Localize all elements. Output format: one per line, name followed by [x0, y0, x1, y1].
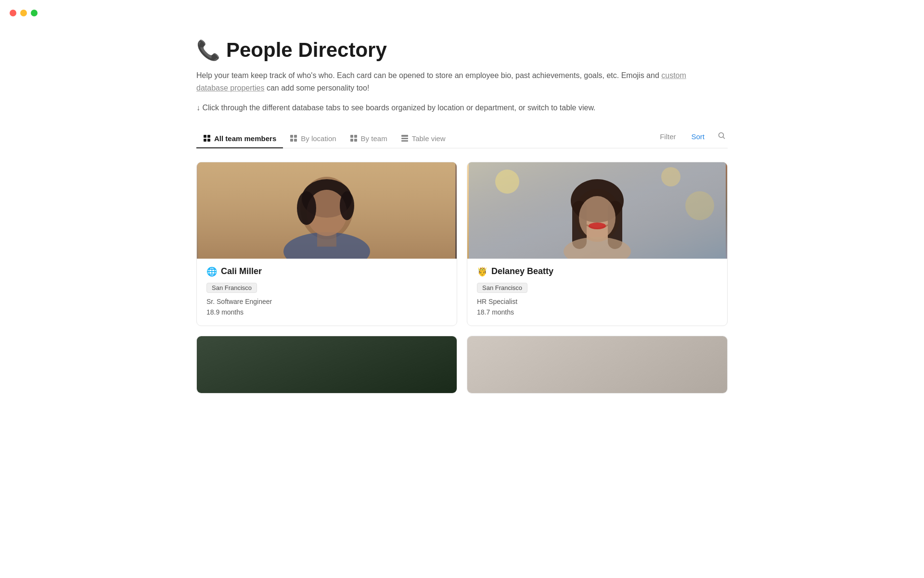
- location-badge-cali: San Francisco: [206, 283, 257, 293]
- partial-photo-right: [467, 336, 727, 393]
- card-body-delaney: 🤴 Delaney Beatty San Francisco HR Specia…: [467, 259, 727, 326]
- page-instruction: ↓ Click through the different database t…: [196, 102, 702, 114]
- card-photo-delaney: [467, 162, 727, 259]
- person-card-cali-miller[interactable]: 🌐 Cali Miller San Francisco Sr. Software…: [196, 162, 457, 326]
- svg-point-36: [589, 223, 606, 229]
- grid-icon: [203, 134, 211, 142]
- svg-point-15: [719, 132, 724, 137]
- tab-label: By team: [361, 134, 387, 143]
- svg-rect-6: [290, 139, 293, 142]
- maximize-button[interactable]: [31, 10, 38, 16]
- photo-svg-cali: [197, 162, 457, 259]
- person-name-text-delaney: Delaney Beatty: [491, 266, 553, 276]
- svg-rect-13: [401, 138, 408, 139]
- svg-point-25: [340, 191, 354, 220]
- search-button[interactable]: [716, 130, 728, 144]
- svg-rect-4: [290, 135, 293, 138]
- grid-icon: [350, 134, 358, 142]
- tab-by-location[interactable]: By location: [283, 130, 343, 148]
- person-name-cali: 🌐 Cali Miller: [206, 266, 447, 277]
- main-content: 📞 People Directory Help your team keep t…: [125, 0, 799, 394]
- person-emoji-cali: 🌐: [206, 266, 217, 277]
- person-name-text-cali: Cali Miller: [221, 266, 262, 276]
- sort-button[interactable]: Sort: [687, 131, 708, 143]
- description-text-1: Help your team keep track of who's who. …: [196, 71, 661, 79]
- tabs-list: All team members By location: [196, 130, 656, 148]
- partial-card-left[interactable]: [196, 336, 457, 394]
- svg-point-24: [297, 191, 316, 225]
- tab-table-view[interactable]: Table view: [394, 130, 452, 148]
- svg-rect-0: [204, 135, 206, 138]
- partial-photo-left: [197, 336, 457, 393]
- svg-rect-2: [204, 139, 206, 142]
- svg-point-29: [661, 167, 680, 186]
- tab-label: Table view: [412, 134, 446, 143]
- tabs-bar: All team members By location: [196, 130, 728, 148]
- description-text-2: can add some personality too!: [264, 84, 369, 92]
- person-tenure-cali: 18.9 months: [206, 308, 447, 316]
- svg-rect-9: [354, 135, 357, 138]
- title-text: People Directory: [226, 39, 387, 62]
- card-body-cali: 🌐 Cali Miller San Francisco Sr. Software…: [197, 259, 457, 326]
- window-controls: [10, 10, 38, 16]
- page-description: Help your team keep track of who's who. …: [196, 69, 702, 94]
- tabs-toolbar: Filter Sort: [656, 130, 728, 147]
- tab-by-team[interactable]: By team: [343, 130, 394, 148]
- person-card-delaney-beatty[interactable]: 🤴 Delaney Beatty San Francisco HR Specia…: [467, 162, 728, 326]
- photo-svg-delaney: [467, 162, 727, 259]
- svg-rect-14: [401, 140, 408, 142]
- page-header: 📞 People Directory Help your team keep t…: [196, 39, 728, 114]
- cards-grid: 🌐 Cali Miller San Francisco Sr. Software…: [196, 162, 728, 326]
- filter-button[interactable]: Filter: [656, 131, 680, 143]
- svg-point-35: [579, 196, 616, 239]
- svg-rect-1: [207, 135, 210, 138]
- grid-icon: [290, 134, 297, 142]
- tab-label: All team members: [214, 134, 276, 143]
- person-tenure-delaney: 18.7 months: [477, 308, 718, 316]
- close-button[interactable]: [10, 10, 16, 16]
- svg-rect-7: [294, 139, 297, 142]
- person-role-delaney: HR Specialist: [477, 298, 718, 305]
- svg-line-16: [723, 137, 725, 139]
- svg-rect-5: [294, 135, 297, 138]
- person-role-cali: Sr. Software Engineer: [206, 298, 447, 305]
- partial-cards-row: [196, 336, 728, 394]
- svg-rect-8: [350, 135, 353, 138]
- partial-card-right[interactable]: [467, 336, 728, 394]
- person-name-delaney: 🤴 Delaney Beatty: [477, 266, 718, 277]
- title-emoji: 📞: [196, 39, 220, 62]
- card-photo-cali: [197, 162, 457, 259]
- tab-all-team-members[interactable]: All team members: [196, 130, 283, 148]
- svg-rect-12: [401, 135, 408, 137]
- tab-label: By location: [301, 134, 336, 143]
- svg-rect-11: [354, 139, 357, 142]
- search-icon: [718, 132, 726, 140]
- person-emoji-delaney: 🤴: [477, 266, 488, 277]
- minimize-button[interactable]: [20, 10, 27, 16]
- svg-rect-3: [207, 139, 210, 142]
- svg-rect-10: [350, 139, 353, 142]
- location-badge-delaney: San Francisco: [477, 283, 527, 293]
- page-title: 📞 People Directory: [196, 39, 728, 62]
- table-icon: [401, 134, 409, 142]
- svg-point-28: [495, 170, 519, 194]
- svg-point-30: [685, 191, 714, 220]
